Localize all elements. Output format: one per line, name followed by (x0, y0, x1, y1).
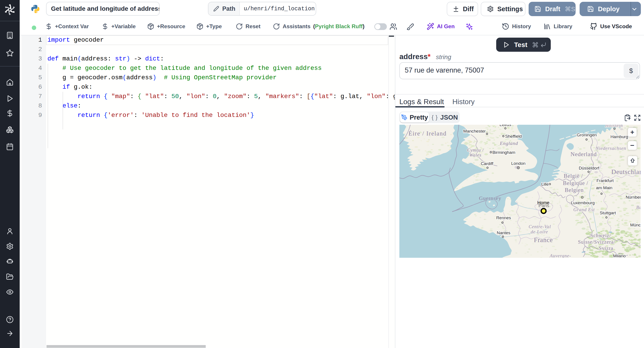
svg-text:Frankfurt: Frankfurt (596, 178, 614, 183)
svg-text:Belgien: Belgien (565, 187, 584, 193)
svg-text:Leeds: Leeds (500, 125, 511, 127)
svg-text:Manchester: Manchester (463, 129, 486, 133)
svg-text:Éire / Ireland: Éire / Ireland (408, 130, 446, 137)
svg-text:Suisse/Svizzera/: Suisse/Svizzera/ (578, 239, 616, 245)
svg-text:Ba: Ba (636, 205, 641, 210)
svg-text:Wales: Wales (469, 152, 482, 158)
svg-text:Birmingham: Birmingham (492, 150, 515, 155)
svg-text:Nürnberg: Nürnberg (626, 195, 641, 200)
svg-text:München: München (630, 223, 641, 227)
svg-text:Belgique /: Belgique / (563, 180, 588, 186)
svg-text:Cardiff: Cardiff (481, 161, 494, 166)
svg-text:Nederland: Nederland (570, 151, 596, 157)
svg-text:Home: Home (537, 200, 549, 205)
svg-text:Schweiz/: Schweiz/ (590, 233, 611, 238)
svg-text:Nantes: Nantes (497, 230, 510, 235)
svg-text:Sheffield: Sheffield (505, 134, 522, 139)
svg-text:Lille: Lille (541, 182, 549, 187)
svg-text:Düsseldorf: Düsseldorf (579, 166, 599, 170)
svg-text:Hamburg: Hamburg (610, 134, 628, 139)
svg-text:Rennes: Rennes (496, 215, 511, 220)
svg-text:Grand Est: Grand Est (573, 207, 595, 212)
svg-text:Deutschland: Deutschland (611, 168, 641, 175)
svg-text:Guernsey: Guernsey (479, 195, 501, 201)
svg-text:Milano: Milano (613, 254, 626, 258)
svg-text:Auvergne-: Auvergne- (549, 253, 571, 258)
svg-text:België /: België / (564, 173, 583, 179)
svg-text:am Main: am Main (596, 186, 612, 190)
svg-text:France: France (534, 236, 553, 243)
svg-text:Stuttgart: Stuttgart (600, 211, 616, 215)
svg-text:London: London (511, 161, 526, 166)
svg-text:Centre-Val: Centre-Val (528, 224, 551, 229)
svg-text:Holstein: Holstein (605, 125, 623, 128)
svg-text:Svizra: Svizra (599, 245, 613, 251)
svg-text:England: England (500, 140, 518, 146)
svg-text:Groningen: Groningen (577, 133, 597, 137)
svg-text:Luxembourg: Luxembourg (571, 201, 595, 205)
svg-text:de Loire: de Loire (531, 229, 548, 235)
svg-text:Cymru /: Cymru / (467, 147, 484, 153)
svg-text:Niedersachsen: Niedersachsen (596, 145, 626, 151)
